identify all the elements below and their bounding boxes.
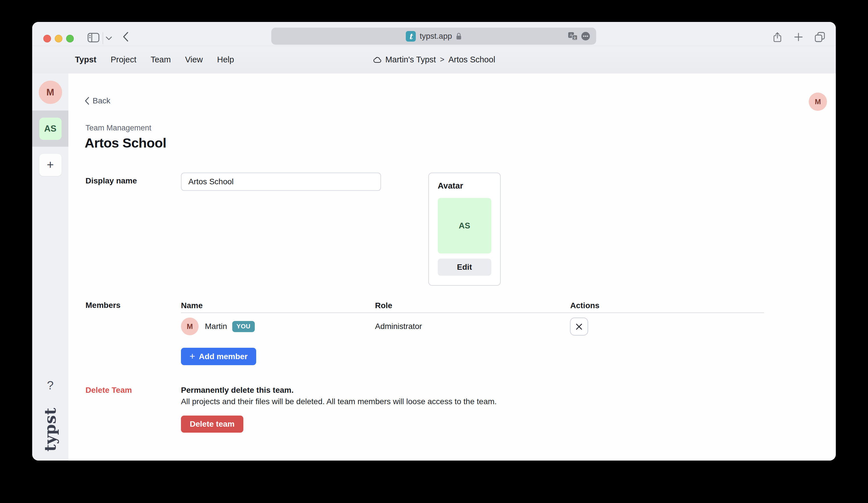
rail-selected-team: AS — [32, 111, 69, 147]
lock-icon — [456, 32, 462, 40]
browser-chrome: t typst.app A 文 — [32, 22, 836, 73]
plus-icon: + — [189, 351, 195, 361]
column-header-actions: Actions — [570, 301, 600, 310]
menu-typst[interactable]: Typst — [75, 55, 96, 64]
team-management-page: Back M Team Management Artos School Disp… — [69, 73, 836, 461]
favicon-letter: t — [409, 32, 412, 41]
delete-team-label: Delete Team — [85, 386, 132, 395]
browser-toolbar: t typst.app A 文 — [32, 22, 836, 45]
chevron-down-icon[interactable] — [106, 36, 112, 40]
rail-team-avatar[interactable]: AS — [39, 118, 62, 140]
delete-team-description: All projects and their files will be del… — [181, 397, 497, 406]
chevron-left-icon — [85, 97, 89, 105]
member-initial: M — [187, 322, 193, 331]
member-name: Martin — [205, 322, 227, 331]
back-label: Back — [93, 96, 110, 105]
add-member-button[interactable]: + Add member — [181, 348, 256, 365]
more-options-icon[interactable] — [581, 31, 590, 41]
breadcrumb-separator: > — [440, 55, 445, 64]
menu-team[interactable]: Team — [151, 55, 171, 64]
share-icon[interactable] — [773, 32, 782, 42]
help-icon[interactable]: ? — [47, 378, 54, 392]
browser-window: t typst.app A 文 — [32, 22, 836, 461]
avatar-card-title: Avatar — [438, 181, 491, 190]
cloud-icon — [373, 56, 382, 63]
edit-avatar-button[interactable]: Edit — [438, 259, 491, 276]
translate-icon[interactable]: A 文 — [568, 32, 578, 41]
site-favicon: t — [406, 31, 416, 42]
svg-text:文: 文 — [573, 36, 577, 40]
column-header-name: Name — [181, 301, 203, 310]
menu-help[interactable]: Help — [217, 55, 234, 64]
close-window-button[interactable] — [43, 35, 51, 42]
address-bar[interactable]: t typst.app A 文 — [271, 28, 596, 45]
breadcrumb: Martin's Typst > Artos School — [373, 46, 495, 73]
column-header-role: Role — [375, 301, 392, 310]
member-avatar: M — [181, 317, 199, 335]
traffic-lights — [43, 35, 74, 42]
table-divider — [181, 313, 764, 313]
delete-team-heading: Permanently delete this team. — [181, 386, 293, 395]
you-badge: YOU — [232, 321, 255, 332]
remove-member-button[interactable] — [570, 317, 588, 336]
app-menubar: Typst Project Team View Help Martin's Ty… — [32, 45, 836, 73]
typst-logo: typst — [41, 408, 60, 451]
add-team-button[interactable]: + — [39, 154, 62, 176]
rail-team-initials: AS — [44, 124, 56, 134]
team-avatar-preview: AS — [438, 198, 491, 253]
avatar-card: Avatar AS Edit — [428, 172, 501, 286]
team-avatar-initials: AS — [459, 221, 470, 230]
zoom-window-button[interactable] — [66, 35, 74, 42]
page-title: Artos School — [85, 135, 166, 151]
member-role: Administrator — [375, 322, 422, 331]
app-body: M AS + ? typst — [32, 73, 836, 461]
toolbar-divider — [103, 32, 103, 44]
page-user-avatar[interactable]: M — [809, 93, 827, 111]
display-name-input[interactable] — [181, 172, 381, 191]
delete-team-button[interactable]: Delete team — [181, 416, 244, 433]
page-user-initial: M — [815, 97, 821, 106]
url-text: typst.app — [420, 32, 452, 41]
breadcrumb-root[interactable]: Martin's Typst — [385, 55, 436, 64]
section-eyebrow: Team Management — [85, 124, 151, 133]
rail-user-avatar[interactable]: M — [39, 81, 62, 104]
display-name-label: Display name — [85, 176, 137, 186]
tab-overview-icon[interactable] — [814, 32, 825, 42]
menu-view[interactable]: View — [185, 55, 203, 64]
rail-bottom: ? typst — [32, 378, 69, 461]
rail-user-initial: M — [46, 87, 54, 98]
back-link[interactable]: Back — [85, 96, 110, 105]
member-row-name-cell: M Martin YOU — [181, 317, 255, 335]
members-label: Members — [85, 301, 121, 310]
menu-project[interactable]: Project — [111, 55, 136, 64]
new-tab-icon[interactable] — [794, 32, 803, 42]
breadcrumb-current: Artos School — [448, 55, 495, 64]
plus-icon: + — [47, 158, 54, 172]
typst-logo-wrap: typst — [32, 405, 69, 454]
app-menus: Typst Project Team View Help — [75, 46, 234, 73]
close-icon — [576, 323, 582, 330]
browser-back-icon[interactable] — [123, 32, 128, 42]
sidebar-toggle-icon[interactable] — [87, 33, 100, 42]
team-rail: M AS + ? typst — [32, 73, 69, 461]
minimize-window-button[interactable] — [55, 35, 62, 42]
add-member-label: Add member — [199, 352, 248, 361]
